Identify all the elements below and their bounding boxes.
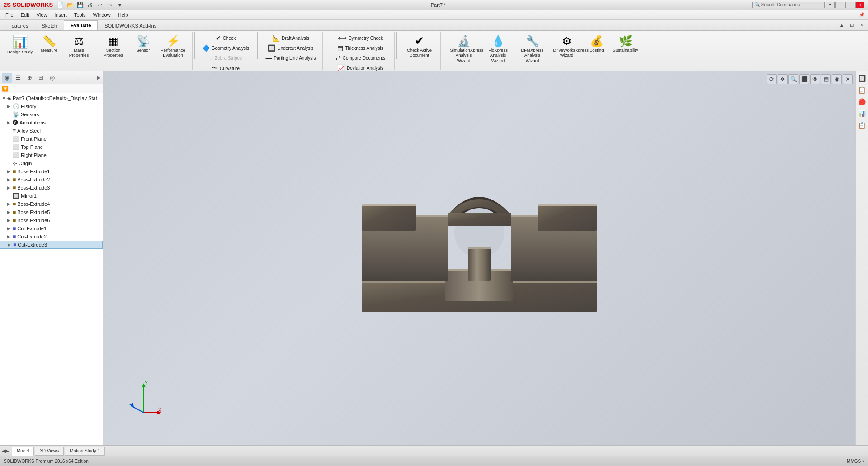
tree-history[interactable]: ▶ 🕒 History bbox=[0, 102, 103, 110]
tree-boss5[interactable]: ▶ ■ Boss-Extrude5 bbox=[0, 208, 103, 216]
tab-features[interactable]: Features bbox=[2, 20, 35, 30]
tree-boss6[interactable]: ▶ ■ Boss-Extrude6 bbox=[0, 216, 103, 224]
feature-tree-btn[interactable]: ◉ bbox=[2, 73, 12, 83]
check-btn[interactable]: ✔ Check bbox=[214, 33, 237, 43]
bottom-nav-right[interactable]: ▶ bbox=[5, 448, 9, 453]
undo-btn[interactable]: ↩ bbox=[95, 0, 104, 10]
new-btn[interactable]: 📄 bbox=[56, 0, 65, 10]
vp-hide-show-btn[interactable]: ◉ bbox=[832, 74, 842, 84]
status-units[interactable]: MMGS ▾ bbox=[847, 459, 864, 464]
costing-btn[interactable]: 💰 Costing bbox=[585, 34, 609, 54]
sustainability-btn[interactable]: 🌿 Sustainability bbox=[610, 34, 641, 54]
deviation-analysis-btn[interactable]: 📈 Deviation Analysis bbox=[335, 63, 385, 72]
tab-3dviews[interactable]: 3D Views bbox=[35, 447, 64, 456]
tree-top-plane[interactable]: ⬜ Top Plane bbox=[0, 143, 103, 151]
menu-window[interactable]: Window bbox=[90, 10, 114, 19]
right-panel-btn3[interactable]: 🔴 bbox=[857, 97, 867, 107]
minimize-btn[interactable]: − bbox=[835, 2, 844, 8]
sep1 bbox=[194, 32, 195, 59]
vp-zoom-btn[interactable]: 🔍 bbox=[788, 74, 798, 84]
options-btn[interactable]: ▼ bbox=[115, 0, 124, 10]
vp-lighting-btn[interactable]: ☀ bbox=[843, 74, 853, 84]
tree-sensors[interactable]: 📡 Sensors bbox=[0, 110, 103, 119]
right-panel-btn5[interactable]: 📋 bbox=[857, 120, 867, 130]
tree-label: Boss-Extrude2 bbox=[17, 177, 50, 182]
tree-annotations[interactable]: ▶ 🅐 Annotations bbox=[0, 119, 103, 127]
bottom-nav-left[interactable]: ◀ bbox=[2, 448, 5, 453]
vp-rotate-btn[interactable]: ⟳ bbox=[767, 74, 777, 84]
menu-view[interactable]: View bbox=[33, 10, 51, 19]
save-btn[interactable]: 💾 bbox=[75, 0, 85, 10]
restore-btn[interactable]: □ bbox=[845, 2, 854, 8]
zebra-stripes-btn[interactable]: ≡ Zebra Stripes bbox=[208, 53, 244, 62]
vp-display-mode-btn[interactable]: ⬛ bbox=[799, 74, 809, 84]
mass-properties-btn[interactable]: ⚖ Mass Properties bbox=[63, 34, 95, 59]
thickness-analysis-btn[interactable]: ▤ Thickness Analysis bbox=[335, 43, 385, 52]
performance-eval-btn[interactable]: ⚡ Performance Evaluation bbox=[157, 34, 189, 59]
tree-cut3[interactable]: ▶ ■ Cut-Extrude3 bbox=[0, 241, 103, 249]
tree-cut2[interactable]: ▶ ■ Cut-Extrude2 bbox=[0, 233, 103, 241]
tree-front-plane[interactable]: ⬜ Front Plane bbox=[0, 135, 103, 143]
viewport[interactable]: Y X ⟳ ✥ 🔍 ⬛ 👁 ▤ ◉ ☀ bbox=[103, 71, 855, 445]
right-panel-btn2[interactable]: 📋 bbox=[857, 85, 867, 95]
search-box[interactable]: 🔍 Search Commands bbox=[752, 2, 825, 8]
collapse-ribbon-btn[interactable]: ▲ bbox=[837, 20, 846, 29]
open-btn[interactable]: 📂 bbox=[66, 0, 75, 10]
expand-arrow[interactable]: ▶ bbox=[97, 75, 101, 80]
vp-section-btn[interactable]: ▤ bbox=[821, 74, 831, 84]
expand-ribbon-btn[interactable]: ⊡ bbox=[847, 20, 856, 29]
print-btn[interactable]: 🖨 bbox=[85, 0, 94, 10]
close-ribbon-btn[interactable]: × bbox=[857, 20, 866, 29]
menu-insert[interactable]: Insert bbox=[51, 10, 71, 19]
sep4 bbox=[396, 32, 397, 59]
redo-btn[interactable]: ↪ bbox=[105, 0, 114, 10]
tree-right-plane[interactable]: ⬜ Right Plane bbox=[0, 151, 103, 159]
menu-tools[interactable]: Tools bbox=[71, 10, 90, 19]
vp-view-btn[interactable]: 👁 bbox=[810, 74, 820, 84]
flowxpress-btn[interactable]: 💧 FloXpress Analysis Wizard bbox=[482, 34, 514, 64]
right-panel-btn1[interactable]: 🔲 bbox=[857, 73, 867, 83]
vp-pan-btn[interactable]: ✥ bbox=[778, 74, 788, 84]
tree-cut1[interactable]: ▶ ■ Cut-Extrude1 bbox=[0, 224, 103, 233]
symmetry-check-btn[interactable]: ⟺ Symmetry Check bbox=[336, 33, 385, 43]
tree-mirror1[interactable]: 🔲 Mirror1 bbox=[0, 192, 103, 200]
parting-line-btn[interactable]: — Parting Line Analysis bbox=[264, 53, 318, 62]
tree-arrow: ▶ bbox=[8, 243, 13, 247]
tree-alloy-steel[interactable]: ≡ Alloy Steel bbox=[0, 127, 103, 135]
tree-boss3[interactable]: ▶ ■ Boss-Extrude3 bbox=[0, 184, 103, 192]
check-active-doc-btn[interactable]: ✔ Check Active Document bbox=[401, 33, 438, 59]
dim-xpert-btn[interactable]: ⊞ bbox=[36, 73, 46, 83]
tree-boss1[interactable]: ▶ ■ Boss-Extrude1 bbox=[0, 167, 103, 176]
tree-boss4[interactable]: ▶ ■ Boss-Extrude4 bbox=[0, 200, 103, 208]
tree-boss2[interactable]: ▶ ■ Boss-Extrude2 bbox=[0, 176, 103, 184]
tree-part7[interactable]: ▼ ◈ Part7 (Default<<Default>_Display Sta… bbox=[0, 94, 103, 102]
design-study-btn[interactable]: 📊 Design Study bbox=[5, 34, 36, 56]
menu-edit[interactable]: Edit bbox=[17, 10, 33, 19]
tab-model[interactable]: Model bbox=[12, 447, 34, 456]
section-properties-btn[interactable]: ▦ Section Properties bbox=[97, 34, 130, 59]
display-manager-btn[interactable]: ◎ bbox=[47, 73, 57, 83]
close-btn[interactable]: × bbox=[855, 2, 864, 8]
tab-motion-study1[interactable]: Motion Study 1 bbox=[65, 447, 105, 456]
pin-btn[interactable]: 📌 bbox=[857, 10, 866, 19]
simulationxpress-btn[interactable]: 🔬 SimulationXpress Analysis Wizard bbox=[448, 34, 480, 64]
driveworksxpress-btn[interactable]: ⚙ DriveWorksXpress Wizard bbox=[551, 34, 583, 59]
tree-label: Mirror1 bbox=[21, 193, 37, 199]
config-manager-btn[interactable]: ⊕ bbox=[24, 73, 34, 83]
geometry-analysis-btn[interactable]: 🔷 Geometry Analysis bbox=[200, 43, 251, 52]
measure-btn[interactable]: 📏 Measure bbox=[38, 34, 61, 54]
draft-analysis-btn[interactable]: 📐 Draft Analysis bbox=[270, 33, 311, 43]
tab-sketch[interactable]: Sketch bbox=[35, 20, 64, 30]
dfmxpress-btn[interactable]: 🔧 DFMXpress Analysis Wizard bbox=[516, 34, 549, 64]
property-manager-btn[interactable]: ☰ bbox=[13, 73, 23, 83]
tree-origin[interactable]: ⊹ Origin bbox=[0, 159, 103, 167]
sensor-btn[interactable]: 📡 Sensor bbox=[132, 34, 155, 54]
tab-addins[interactable]: SOLIDWORKS Add-Ins bbox=[98, 20, 163, 30]
help-btn[interactable]: ? bbox=[826, 2, 835, 8]
menu-file[interactable]: File bbox=[2, 10, 17, 19]
menu-help[interactable]: Help bbox=[114, 10, 132, 19]
undercut-analysis-btn[interactable]: 🔲 Undercut Analysis bbox=[266, 43, 315, 52]
right-panel-btn4[interactable]: 📊 bbox=[857, 109, 867, 119]
compare-documents-btn[interactable]: ⇄ Compare Documents bbox=[334, 53, 387, 62]
tab-evaluate[interactable]: Evaluate bbox=[64, 20, 98, 30]
